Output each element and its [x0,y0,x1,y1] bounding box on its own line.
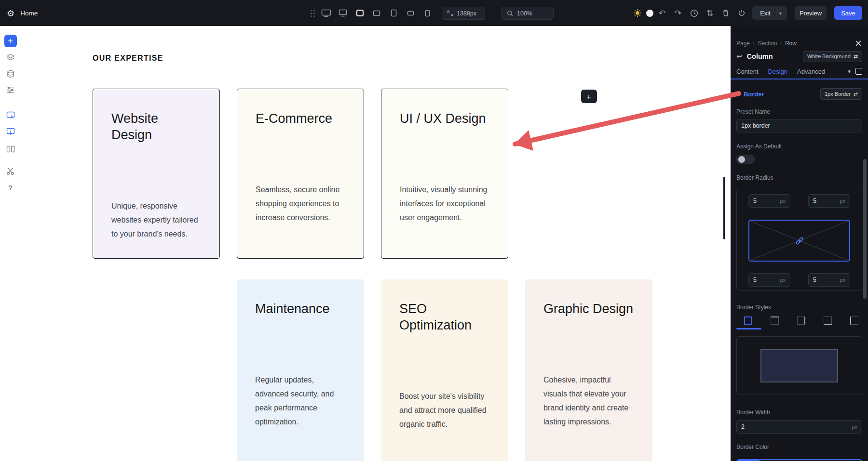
border-style-left-icon[interactable] [850,316,858,325]
border-preset-badge[interactable]: 1px Border ⇄ [820,88,862,100]
theme-toggle-knob [646,10,653,17]
border-color-control[interactable] [736,459,862,461]
radius-bottom-left-input[interactable] [753,277,780,283]
services-grid: Website Design Unique, responsive websit… [93,89,652,461]
border-width-label: Border Width [736,409,862,416]
assign-default-label: Assign As Default [736,143,862,150]
radius-bottom-right-wrap: px [808,273,850,287]
tablet-portrait-icon[interactable] [389,8,398,18]
canvas-width-value: 1388px [457,10,476,17]
border-width-wrap: px [736,420,862,434]
preset-name-input[interactable] [741,122,857,129]
preset-white-background-button[interactable]: White Background ⇄ [803,51,862,62]
tabs-caret-icon[interactable]: ▾ [848,68,851,75]
breadcrumb-row[interactable]: Row [785,40,797,47]
radius-bottom-right-input[interactable] [813,277,840,283]
card-description: Unique, responsive websites expertly tai… [111,199,201,241]
breadcrumb: Page › Section › Row [736,40,797,47]
border-style-all-icon[interactable] [744,316,752,325]
element-insert-icon[interactable] [6,127,15,136]
tab-advanced[interactable]: Advanced [797,67,825,75]
tablet-landscape-icon[interactable] [372,8,381,18]
chevron-right-icon: › [780,40,782,46]
undo-icon[interactable]: ↶ [657,8,667,18]
help-icon[interactable]: ? [6,183,15,192]
history-clock-icon[interactable] [689,8,699,18]
fullscreen-square-icon[interactable] [855,68,862,75]
desktop-large-icon[interactable] [321,8,331,18]
radius-top-right-wrap: px [808,194,850,208]
layers-icon[interactable] [6,53,15,62]
radius-bottom-left-wrap: px [748,273,790,287]
section-collapse-icon[interactable]: ▼ [736,92,740,96]
scissors-tools-icon[interactable] [6,167,15,175]
theme-toggle[interactable] [633,0,653,26]
border-style-top-icon[interactable] [771,316,779,325]
panel-scrollbar[interactable] [863,159,867,299]
power-icon[interactable] [737,8,746,18]
page-title[interactable]: Home [20,10,38,17]
phone-landscape-icon[interactable] [406,8,415,18]
database-icon[interactable] [6,69,15,78]
close-panel-icon[interactable]: × [854,39,862,48]
settings-gear-icon[interactable]: ⚙ [7,8,14,18]
radius-top-right-input[interactable] [813,198,840,204]
swap-icon: ⇄ [854,53,858,60]
card-seo-optimization[interactable]: SEO Optimization Boost your site's visib… [381,279,508,461]
border-preview-rect [760,349,838,382]
border-radius-group: px px px [736,189,862,291]
layout-columns-icon[interactable] [6,145,15,153]
card-title: Graphic Design [543,301,634,317]
redo-icon[interactable]: ↷ [673,8,683,18]
card-ecommerce[interactable]: E-Commerce Seamless, secure online shopp… [237,89,364,259]
border-width-input[interactable] [741,423,852,430]
add-card-button[interactable]: + [581,90,597,103]
back-arrow-icon[interactable]: ↩ [736,52,743,61]
border-preview-box [736,336,862,395]
border-color-label: Border Color [736,444,862,450]
exit-button[interactable]: Exit ▾ [752,6,787,20]
border-style-right-icon[interactable] [797,316,805,325]
canvas-scrollbar[interactable] [723,177,725,239]
breadcrumb-page[interactable]: Page [736,40,750,47]
desktop-icon[interactable] [338,8,348,18]
card-graphic-design[interactable]: Graphic Design Cohesive, impactful visua… [525,279,652,461]
link-icon [794,236,805,246]
add-element-button[interactable]: + [4,35,17,47]
topbar: ⚙ Home 1388px 100% ↶ ↷ ⇅ Exit [0,0,868,26]
save-button[interactable]: Save [834,6,862,20]
assign-default-toggle[interactable] [736,155,755,164]
sun-icon [633,8,642,18]
laptop-active-icon[interactable] [355,8,365,18]
element-select-icon[interactable] [6,111,15,119]
tab-content[interactable]: Content [736,67,759,75]
trash-icon[interactable] [721,8,731,18]
card-description: Regular updates, advanced security, and … [255,373,346,429]
card-uiux-design[interactable]: UI / UX Design Intuitive, visually stunn… [381,89,508,259]
preview-button[interactable]: Preview [795,6,827,20]
tab-design[interactable]: Design [768,67,787,75]
radius-top-left-input[interactable] [753,198,780,204]
border-style-bottom-icon[interactable] [824,316,832,325]
border-section-title[interactable]: Border [744,91,764,98]
card-description: Boost your site's visibility and attract… [399,389,490,431]
element-title: Column [747,53,773,60]
swap-icon: ⇄ [854,91,858,97]
zoom-control[interactable]: 100% [502,7,554,20]
section-heading: OUR EXPERTISE [93,54,163,63]
zoom-value: 100% [517,10,532,17]
canvas-width-control[interactable]: 1388px [442,7,485,20]
card-title: UI / UX Design [400,110,489,127]
drag-handle-icon[interactable] [311,0,315,26]
phone-portrait-icon[interactable] [422,8,432,18]
card-maintenance[interactable]: Maintenance Regular updates, advanced se… [237,279,364,461]
radius-link-preview[interactable] [748,220,850,262]
global-settings-icon[interactable] [6,86,15,94]
magnifier-icon [507,10,514,17]
preset-name-label: Preset Name [736,108,862,115]
card-website-design[interactable]: Website Design Unique, responsive websit… [93,89,220,259]
exit-caret-icon[interactable]: ▾ [776,6,785,20]
structure-sort-icon[interactable]: ⇅ [705,8,715,18]
breadcrumb-section[interactable]: Section [758,40,777,47]
preset-name-field-wrap [736,119,862,132]
